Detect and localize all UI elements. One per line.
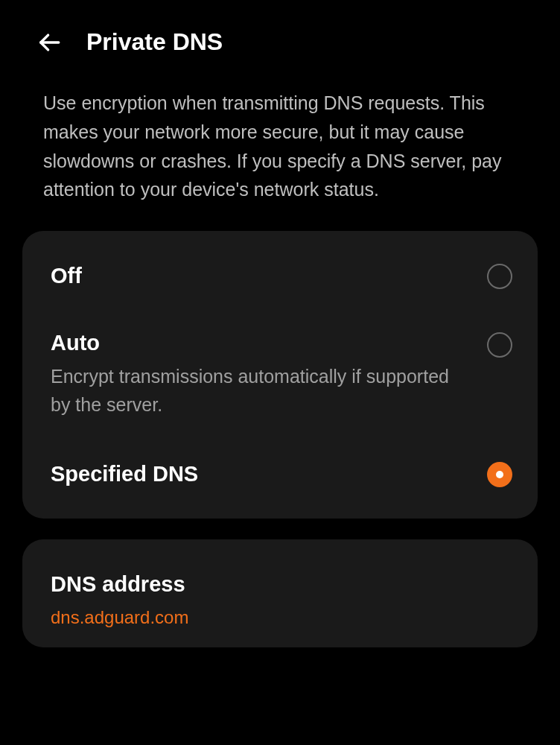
option-off[interactable]: Off [22, 241, 538, 310]
dns-mode-card: Off Auto Encrypt transmissions automatic… [22, 231, 538, 519]
option-off-title: Off [51, 264, 472, 288]
option-specified-title: Specified DNS [51, 462, 472, 486]
option-auto[interactable]: Auto Encrypt transmissions automatically… [22, 310, 538, 440]
option-auto-title: Auto [51, 331, 472, 355]
dns-address-title: DNS address [22, 550, 538, 601]
page-header: Private DNS [0, 0, 560, 77]
option-specified[interactable]: Specified DNS [22, 440, 538, 508]
back-arrow-icon[interactable] [36, 29, 63, 56]
dns-address-value: dns.adguard.com [22, 601, 538, 637]
dns-address-card[interactable]: DNS address dns.adguard.com [22, 539, 538, 647]
option-text: Specified DNS [51, 462, 487, 486]
option-text: Auto Encrypt transmissions automatically… [51, 331, 487, 419]
radio-specified[interactable] [487, 462, 512, 487]
page-description: Use encryption when transmitting DNS req… [0, 77, 560, 231]
radio-auto[interactable] [487, 332, 512, 358]
option-auto-subtitle: Encrypt transmissions automatically if s… [51, 363, 472, 419]
page-title: Private DNS [86, 28, 223, 56]
radio-off[interactable] [487, 264, 512, 289]
option-text: Off [51, 264, 487, 288]
